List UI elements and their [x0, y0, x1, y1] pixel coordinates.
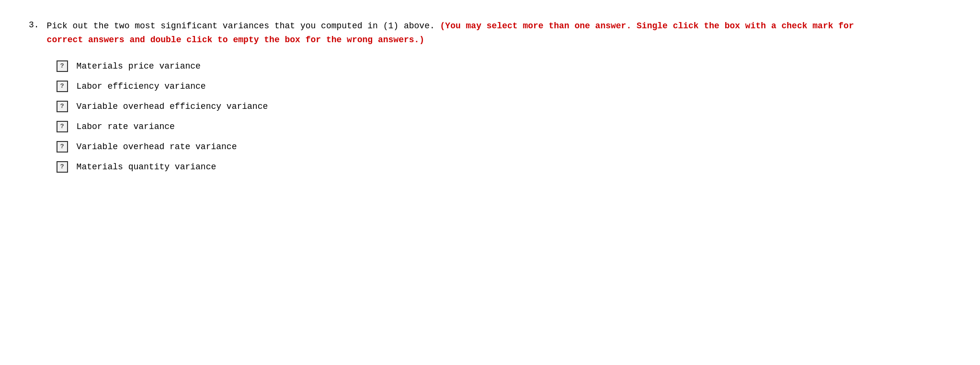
options-list: Materials price varianceLabor efficiency… — [57, 60, 891, 173]
option-item-1[interactable]: Materials price variance — [57, 60, 891, 72]
option-item-5[interactable]: Variable overhead rate variance — [57, 141, 891, 153]
checkbox-5[interactable] — [57, 141, 68, 153]
option-item-6[interactable]: Materials quantity variance — [57, 161, 891, 173]
question-text: Pick out the two most significant varian… — [47, 19, 891, 47]
question-content: Pick out the two most significant varian… — [47, 19, 891, 173]
checkbox-2[interactable] — [57, 81, 68, 92]
option-label-2: Labor efficiency variance — [77, 82, 206, 91]
question-text-plain: Pick out the two most significant varian… — [47, 21, 435, 31]
option-label-6: Materials quantity variance — [77, 162, 217, 172]
checkbox-3[interactable] — [57, 101, 68, 112]
option-label-1: Materials price variance — [77, 61, 201, 71]
option-item-4[interactable]: Labor rate variance — [57, 121, 891, 132]
question-3: 3. Pick out the two most significant var… — [29, 19, 891, 173]
checkbox-1[interactable] — [57, 60, 68, 72]
option-label-3: Variable overhead efficiency variance — [77, 102, 268, 111]
option-item-2[interactable]: Labor efficiency variance — [57, 81, 891, 92]
checkbox-6[interactable] — [57, 161, 68, 173]
option-label-4: Labor rate variance — [77, 122, 175, 131]
question-number: 3. — [29, 20, 39, 173]
option-item-3[interactable]: Variable overhead efficiency variance — [57, 101, 891, 112]
option-label-5: Variable overhead rate variance — [77, 142, 237, 152]
checkbox-4[interactable] — [57, 121, 68, 132]
